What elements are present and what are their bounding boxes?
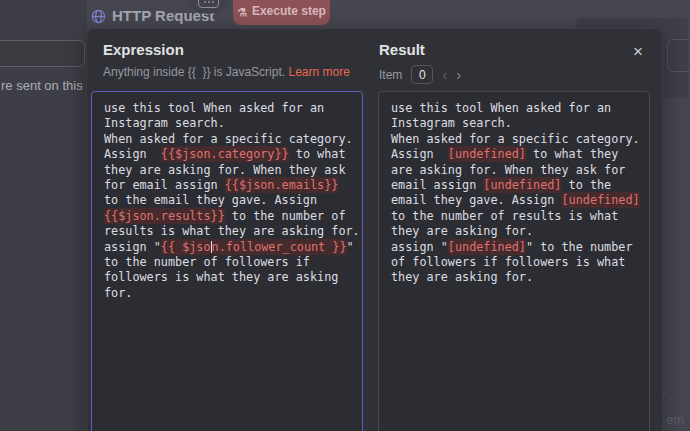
code-line: {{$json.results}} to the number of <box>104 209 350 224</box>
code-line: email they gave. Assign [undefined] <box>391 193 637 208</box>
flask-icon: ⚗ <box>237 7 247 18</box>
background-helper-text: re sent on this <box>1 78 83 93</box>
previous-item-icon[interactable]: ‹ <box>442 67 447 82</box>
background-button-outline <box>667 39 690 72</box>
expression-highlight: [undefined] <box>483 177 561 193</box>
code-line: When asked for a specific category. <box>391 132 637 147</box>
code-line: use this tool When asked for an <box>391 101 637 116</box>
close-icon[interactable]: × <box>627 41 649 63</box>
expression-highlight: {{$json.emails}} <box>225 177 339 193</box>
code-line: Instagram search. <box>104 116 350 131</box>
expression-highlight: [undefined] <box>448 146 526 162</box>
result-preview: use this tool When asked for anInstagram… <box>378 91 650 431</box>
execute-step-button[interactable]: ⚗ Execute step <box>233 0 330 25</box>
expression-highlight: {{$json.results}} <box>104 208 225 224</box>
item-label: Item <box>379 68 402 82</box>
expression-highlight: {{$json.category}} <box>161 146 289 162</box>
code-line: for email assign {{$json.emails}} <box>104 178 350 193</box>
expression-code-editor[interactable]: use this tool When asked for anInstagram… <box>91 91 363 431</box>
execute-step-label: Execute step <box>252 4 326 18</box>
code-line: to the email they gave. Assign <box>104 193 350 208</box>
code-line: assign "{{ $json.follower_count }}" <box>104 240 350 255</box>
code-line: When asked for a specific category. <box>104 132 350 147</box>
code-line: email assign [undefined] to the <box>391 178 637 193</box>
expression-highlight: [undefined] <box>561 192 639 208</box>
expression-highlight: {{ $jso <box>161 239 211 255</box>
code-line: use this tool When asked for an <box>104 101 350 116</box>
item-selector: Item 0 ‹ › <box>379 65 461 84</box>
code-line: followers is what they are asking <box>104 270 350 285</box>
expression-highlight: n.follower_count }} <box>212 239 347 255</box>
background-item-fragment: em <box>666 412 684 427</box>
expression-highlight: [undefined] <box>448 239 526 255</box>
background-text-input[interactable] <box>0 40 85 67</box>
code-line: they are asking for. When they ask <box>104 163 350 178</box>
item-index-field[interactable]: 0 <box>411 65 433 84</box>
code-line: to the number of followers if <box>104 255 350 270</box>
subtitle-text: Anything inside {{ }} is JavaScript. <box>103 65 288 79</box>
code-line: assign "[undefined]" to the number <box>391 240 637 255</box>
code-line: to the number of results is what <box>391 209 637 224</box>
expression-panel-title: Expression <box>103 41 184 58</box>
code-line: of followers if followers is what <box>391 255 637 270</box>
code-line: Assign [undefined] to what they <box>391 147 637 162</box>
robot-icon <box>198 0 219 8</box>
expression-subtitle: Anything inside {{ }} is JavaScript. Lea… <box>103 65 350 79</box>
result-panel-title: Result <box>379 41 425 58</box>
code-line: are asking for. When they ask for <box>391 163 637 178</box>
globe-icon <box>91 9 106 24</box>
next-item-icon[interactable]: › <box>456 67 461 82</box>
code-line: Instagram search. <box>391 116 637 131</box>
code-line: they are asking for. <box>391 270 637 285</box>
learn-more-link[interactable]: Learn more <box>288 65 349 79</box>
code-line: for. <box>104 286 350 301</box>
code-line: results is what they are asking for. <box>104 224 350 239</box>
expression-editor-modal: Expression Anything inside {{ }} is Java… <box>86 28 663 431</box>
code-line: they are asking for. <box>391 224 637 239</box>
code-line: Assign {{$json.category}} to what <box>104 147 350 162</box>
